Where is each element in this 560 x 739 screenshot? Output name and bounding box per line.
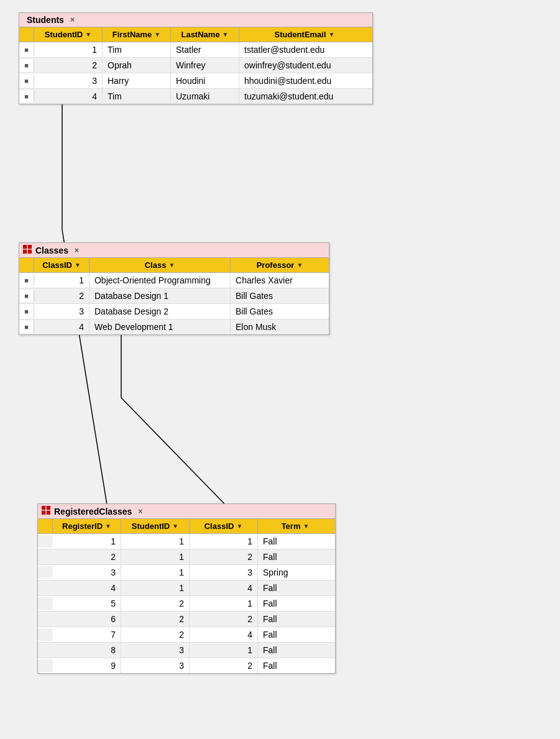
expand-button[interactable]: ■ — [19, 59, 34, 71]
reg-class-id-cell: 1 — [190, 534, 258, 549]
table-row: 7 2 4 Fall — [38, 627, 335, 643]
studentid-dropdown-icon[interactable]: ▼ — [85, 31, 91, 38]
registered-col-term[interactable]: Term ▼ — [258, 519, 333, 533]
students-table-title: Students — [27, 15, 64, 25]
table-row: ■ 4 Tim Uzumaki tuzumaki@student.edu — [19, 89, 372, 104]
expand-button[interactable]: ■ — [19, 305, 34, 318]
expand-button[interactable] — [38, 613, 53, 625]
expand-button[interactable]: ■ — [19, 321, 34, 333]
registered-grid-icon — [42, 506, 50, 516]
reg-class-id-cell: 2 — [190, 658, 258, 673]
reg-class-id-cell: 3 — [190, 565, 258, 580]
class-id-cell: 2 — [34, 288, 90, 303]
svg-rect-12 — [23, 250, 27, 254]
table-row: 4 1 4 Fall — [38, 581, 335, 596]
students-title-bar: Students × — [19, 13, 372, 27]
reg-class-id-cell: 1 — [190, 596, 258, 611]
reg-class-id-cell: 4 — [190, 581, 258, 595]
student-id-cell: 2 — [34, 58, 103, 73]
expand-button[interactable]: ■ — [19, 290, 34, 302]
lastname-cell: Winfrey — [171, 58, 239, 73]
lastname-cell: Statler — [171, 42, 239, 57]
registered-col-cid[interactable]: ClassID ▼ — [190, 519, 258, 533]
lastname-dropdown-icon[interactable]: ▼ — [223, 31, 229, 38]
expand-button[interactable]: ■ — [19, 274, 34, 287]
reg-class-id-cell: 1 — [190, 643, 258, 658]
classid-dropdown-icon[interactable]: ▼ — [75, 262, 81, 269]
reg-student-id-cell: 2 — [121, 596, 190, 611]
expand-button[interactable] — [38, 582, 53, 594]
reg-student-id-cell: 2 — [121, 627, 190, 642]
table-row: 8 3 1 Fall — [38, 643, 335, 658]
classes-grid-icon — [23, 245, 32, 255]
email-cell: tuzumaki@student.edu — [239, 89, 370, 104]
expand-button[interactable]: ■ — [19, 44, 34, 56]
professor-dropdown-icon[interactable]: ▼ — [296, 262, 303, 269]
term-dropdown-icon[interactable]: ▼ — [303, 523, 309, 530]
classes-close-button[interactable]: × — [75, 246, 79, 255]
table-row: 6 2 2 Fall — [38, 612, 335, 627]
students-col-id[interactable]: StudentID ▼ — [34, 27, 103, 42]
lastname-cell: Uzumaki — [171, 89, 239, 104]
table-row: ■ 2 Oprah Winfrey owinfrey@student.edu — [19, 58, 372, 73]
term-cell: Fall — [258, 612, 333, 627]
svg-rect-10 — [23, 245, 27, 249]
register-id-cell: 5 — [53, 596, 121, 611]
student-id-cell: 1 — [34, 42, 103, 57]
students-close-button[interactable]: × — [70, 16, 75, 24]
registered-col-sid[interactable]: StudentID ▼ — [121, 519, 190, 533]
classes-col-id[interactable]: ClassID ▼ — [34, 258, 90, 272]
expand-button[interactable] — [38, 535, 53, 548]
registered-col-rid[interactable]: RegisterID ▼ — [53, 519, 121, 533]
table-row: 5 2 1 Fall — [38, 596, 335, 612]
classes-col-professor[interactable]: Professor ▼ — [231, 258, 329, 272]
registerid-dropdown-icon[interactable]: ▼ — [105, 523, 111, 530]
register-id-cell: 6 — [53, 612, 121, 627]
classes-rows: ■ 1 Object-Oriented Programming Charles … — [19, 273, 329, 334]
firstname-cell: Tim — [103, 42, 171, 57]
expand-button[interactable] — [38, 551, 53, 563]
register-id-cell: 2 — [53, 549, 121, 564]
firstname-cell: Harry — [103, 73, 171, 88]
svg-rect-17 — [47, 511, 50, 515]
class-id-cell: 4 — [34, 319, 90, 334]
email-dropdown-icon[interactable]: ▼ — [329, 31, 335, 38]
firstname-dropdown-icon[interactable]: ▼ — [154, 31, 160, 38]
students-rows: ■ 1 Tim Statler tstatler@student.edu ■ 2… — [19, 42, 372, 104]
class-name-cell: Database Design 1 — [90, 288, 231, 303]
students-table: Students × StudentID ▼ FirstName ▼ LastN… — [19, 12, 373, 104]
firstname-cell: Tim — [103, 89, 171, 104]
reg-student-id-cell: 1 — [121, 549, 190, 564]
registered-table-title: RegisteredClasses — [54, 507, 132, 516]
expand-button[interactable] — [38, 597, 53, 610]
register-id-cell: 7 — [53, 627, 121, 642]
expand-button[interactable] — [38, 628, 53, 641]
term-cell: Fall — [258, 627, 333, 642]
reg-student-id-cell: 3 — [121, 658, 190, 673]
expand-button[interactable] — [38, 566, 53, 579]
expand-button[interactable]: ■ — [19, 75, 34, 87]
class-id-cell: 3 — [34, 304, 90, 319]
term-cell: Fall — [258, 596, 333, 611]
students-col-firstname[interactable]: FirstName ▼ — [103, 27, 171, 42]
table-row: ■ 3 Database Design 2 Bill Gates — [19, 304, 329, 319]
classes-title-bar: Classes × — [19, 243, 329, 258]
term-cell: Fall — [258, 549, 333, 564]
expand-button[interactable]: ■ — [19, 90, 34, 103]
reg-studentid-dropdown-icon[interactable]: ▼ — [172, 523, 178, 530]
reg-classid-dropdown-icon[interactable]: ▼ — [236, 523, 242, 530]
classes-col-class[interactable]: Class ▼ — [90, 258, 231, 272]
expand-button[interactable] — [38, 644, 53, 656]
class-dropdown-icon[interactable]: ▼ — [168, 262, 175, 269]
class-name-cell: Web Development 1 — [90, 319, 231, 334]
registered-close-button[interactable]: × — [138, 507, 142, 516]
students-col-email[interactable]: StudentEmail ▼ — [239, 27, 370, 42]
students-col-lastname[interactable]: LastName ▼ — [171, 27, 239, 42]
reg-student-id-cell: 1 — [121, 565, 190, 580]
reg-class-id-cell: 2 — [190, 612, 258, 627]
professor-cell: Bill Gates — [231, 304, 329, 319]
professor-cell: Charles Xavier — [231, 273, 329, 288]
table-row: ■ 4 Web Development 1 Elon Musk — [19, 319, 329, 334]
term-cell: Spring — [258, 565, 333, 580]
expand-button[interactable] — [38, 659, 53, 672]
